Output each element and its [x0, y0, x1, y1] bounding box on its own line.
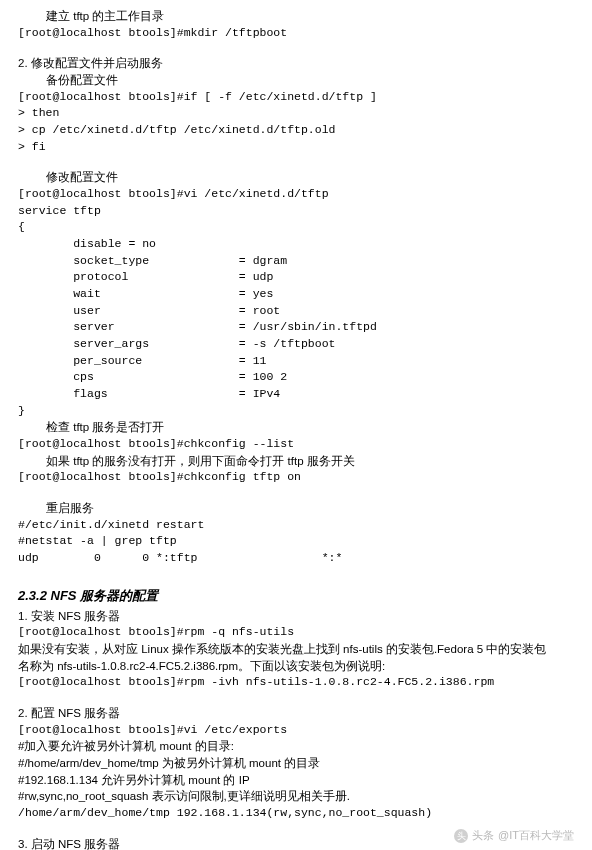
output-netstat: udp 0 0 *:tftp *:*	[18, 550, 574, 567]
cmd-netstat: #netstat -a | grep tftp	[18, 533, 574, 550]
heading-nfs: 2.3.2 NFS 服务器的配置	[18, 587, 574, 606]
text-exports-2: #/home/arm/dev_home/tmp 为被另外计算机 mount 的目…	[18, 755, 574, 772]
cmd-rpm-q: [root@localhost btools]#rpm -q nfs-utils	[18, 624, 574, 641]
conf-socket-type: socket_type = dgram	[18, 253, 574, 270]
text-exports-4: #rw,sync,no_root_squash 表示访问限制,更详细说明见相关手…	[18, 788, 574, 805]
cmd-mkdir: [root@localhost btools]#mkdir /tftpboot	[18, 25, 574, 42]
step-nfs-1: 1. 安装 NFS 服务器	[18, 608, 574, 625]
text-exports-3: #192.168.1.134 允许另外计算机 mount 的 IP	[18, 772, 574, 789]
brace-open: {	[18, 219, 574, 236]
conf-server: server = /usr/sbin/in.tftpd	[18, 319, 574, 336]
watermark-icon: 头	[454, 829, 468, 843]
watermark: 头 头条 @IT百科大学堂	[454, 828, 574, 844]
cmd-xinetd-restart: #/etc/init.d/xinetd restart	[18, 517, 574, 534]
cmd-cp: > cp /etc/xinetd.d/tftp /etc/xinetd.d/tf…	[18, 122, 574, 139]
blank	[18, 155, 574, 169]
cmd-chkconfig-on: [root@localhost btools]#chkconfig tftp o…	[18, 469, 574, 486]
cmd-exports-line: /home/arm/dev_home/tmp 192.168.1.134(rw,…	[18, 805, 574, 822]
cmd-if: [root@localhost btools]#if [ -f /etc/xin…	[18, 89, 574, 106]
step-nfs-2: 2. 配置 NFS 服务器	[18, 705, 574, 722]
blank	[18, 41, 574, 55]
text-edit-conf: 修改配置文件	[18, 169, 574, 186]
text-nfs-install-1: 如果没有安装，从对应 Linux 操作系统版本的安装光盘上找到 nfs-util…	[18, 641, 574, 658]
blank	[18, 486, 574, 500]
service-tftp: service tftp	[18, 203, 574, 220]
conf-per-source: per_source = 11	[18, 353, 574, 370]
conf-user: user = root	[18, 303, 574, 320]
conf-protocol: protocol = udp	[18, 269, 574, 286]
text-backup-conf: 备份配置文件	[18, 72, 574, 89]
blank	[18, 567, 574, 581]
blank	[18, 691, 574, 705]
text-check-tftp: 检查 tftp 服务是否打开	[18, 419, 574, 436]
watermark-text: @IT百科大学堂	[498, 828, 574, 844]
text-enable-tftp: 如果 tftp 的服务没有打开，则用下面命令打开 tftp 服务开关	[18, 453, 574, 470]
conf-wait: wait = yes	[18, 286, 574, 303]
cmd-chkconfig-list: [root@localhost btools]#chkconfig --list	[18, 436, 574, 453]
conf-cps: cps = 100 2	[18, 369, 574, 386]
text-nfs-install-2: 名称为 nfs-utils-1.0.8.rc2-4.FC5.2.i386.rpm…	[18, 658, 574, 675]
watermark-prefix: 头条	[472, 828, 494, 844]
cmd-rpm-ivh: [root@localhost btools]#rpm -ivh nfs-uti…	[18, 674, 574, 691]
brace-close: }	[18, 403, 574, 420]
cmd-vi-exports: [root@localhost btools]#vi /etc/exports	[18, 722, 574, 739]
conf-disable: disable = no	[18, 236, 574, 253]
conf-server-args: server_args = -s /tftpboot	[18, 336, 574, 353]
cmd-fi: > fi	[18, 139, 574, 156]
step-2-title: 2. 修改配置文件并启动服务	[18, 55, 574, 72]
cmd-then: > then	[18, 105, 574, 122]
cmd-vi-tftp: [root@localhost btools]#vi /etc/xinetd.d…	[18, 186, 574, 203]
conf-flags: flags = IPv4	[18, 386, 574, 403]
text-mkdir-title: 建立 tftp 的主工作目录	[18, 8, 574, 25]
text-exports-1: #加入要允许被另外计算机 mount 的目录:	[18, 738, 574, 755]
text-restart: 重启服务	[18, 500, 574, 517]
